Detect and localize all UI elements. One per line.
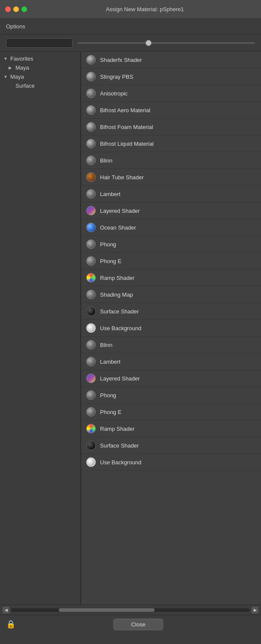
material-name-blinn: Blinn [100,157,112,164]
material-name-stingray: Stingray PBS [100,74,133,80]
material-item-lambert2[interactable]: Lambert [81,353,261,370]
tree-label-maya-child: Maya [15,64,29,71]
material-icon-shading-map [86,290,96,299]
material-item-ramp[interactable]: Ramp Shader [81,270,261,286]
material-icon-anisotropic [86,89,96,98]
material-name-anisotropic: Anisotropic [100,90,127,97]
zoom-slider[interactable] [78,38,255,48]
bottom-bar: 🔒 Close [0,615,261,634]
material-item-anisotropic[interactable]: Anisotropic [81,85,261,102]
material-name-use-background2: Use Background [100,459,141,466]
options-bar: Options [0,19,261,34]
material-item-layered2[interactable]: Layered Shader [81,370,261,387]
material-item-shading-map[interactable]: Shading Map [81,286,261,303]
material-icon-bifrost-liquid [86,139,96,148]
material-name-blinn2: Blinn [100,342,112,348]
material-name-ramp: Ramp Shader [100,275,134,281]
left-panel: ▼ Favorites ▶ Maya ▼ Maya Surface [0,52,81,604]
tree-arrow-favorites: ▼ [3,56,9,61]
material-item-phong-e2[interactable]: Phong E [81,404,261,420]
scroll-thumb [59,608,154,612]
material-name-use-background: Use Background [100,325,141,331]
tree-arrow-maya-parent: ▼ [3,74,9,79]
material-icon-ocean [86,223,96,232]
lock-icon: 🔒 [6,619,15,630]
material-item-bifrost-foam[interactable]: Bifrost Foam Material [81,119,261,135]
slider-thumb[interactable] [146,40,152,46]
material-name-bifrost-foam: Bifrost Foam Material [100,124,153,130]
tree-item-maya-child[interactable]: ▶ Maya [0,63,80,72]
material-item-blinn[interactable]: Blinn [81,152,261,169]
scroll-track[interactable] [11,608,250,612]
slider-track [78,42,255,44]
material-icon-surface-shader [86,307,96,316]
material-item-ramp2[interactable]: Ramp Shader [81,420,261,437]
material-item-surface-shader2[interactable]: Surface Shader [81,437,261,454]
tree-label-favorites: Favorites [10,55,33,62]
material-item-use-background2[interactable]: Use Background [81,454,261,471]
material-name-bifrost-aero: Bifrost Aero Material [100,107,150,113]
tree-item-surface[interactable]: Surface [0,81,80,90]
material-item-lambert[interactable]: Lambert [81,186,261,202]
material-item-phong[interactable]: Phong [81,236,261,253]
material-name-shaderfx: Shaderfx Shader [100,57,142,63]
scroll-right-button[interactable]: ▶ [252,607,258,613]
material-icon-stingray [86,72,96,81]
options-label: Options [6,23,25,30]
material-icon-lambert2 [86,357,96,366]
material-name-layered2: Layered Shader [100,375,140,382]
material-icon-surface-shader2 [86,441,96,450]
material-name-phong-e2: Phong E [100,409,121,415]
material-item-layered[interactable]: Layered Shader [81,202,261,219]
material-name-lambert2: Lambert [100,359,121,365]
material-item-shaderfx[interactable]: Shaderfx Shader [81,52,261,68]
material-icon-ramp2 [86,424,96,433]
material-item-surface-shader[interactable]: Surface Shader [81,303,261,320]
material-icon-bifrost-foam [86,122,96,132]
material-name-ocean: Ocean Shader [100,224,136,231]
main-content: ▼ Favorites ▶ Maya ▼ Maya Surface Shader… [0,52,261,604]
right-panel: Shaderfx ShaderStingray PBSAnisotropicBi… [81,52,261,604]
maximize-window-button[interactable] [21,6,27,12]
material-icon-phong-e2 [86,407,96,417]
traffic-lights [5,6,27,12]
material-icon-ramp [86,273,96,282]
material-icon-use-background [86,323,96,333]
material-name-layered: Layered Shader [100,208,140,214]
tree-label-maya-parent: Maya [10,74,24,80]
material-item-phong-e[interactable]: Phong E [81,253,261,270]
minimize-window-button[interactable] [13,6,19,12]
tree-item-favorites[interactable]: ▼ Favorites [0,54,80,63]
close-button[interactable]: Close [113,619,163,630]
title-bar: Assign New Material: pSphere1 [0,0,261,19]
material-name-hair-tube: Hair Tube Shader [100,174,144,181]
close-window-button[interactable] [5,6,11,12]
tree-arrow-maya-child: ▶ [9,65,15,70]
material-icon-layered [86,206,96,215]
material-icon-phong-e [86,256,96,266]
scroll-left-button[interactable]: ◀ [3,607,9,613]
material-item-ocean[interactable]: Ocean Shader [81,219,261,236]
material-name-bifrost-liquid: Bifrost Liquid Material [100,141,154,147]
search-row [0,34,261,52]
material-name-surface-shader: Surface Shader [100,308,139,315]
material-icon-shaderfx [86,55,96,64]
tree-item-maya-parent[interactable]: ▼ Maya [0,72,80,81]
material-item-use-background[interactable]: Use Background [81,320,261,337]
material-name-lambert: Lambert [100,191,121,197]
material-item-hair-tube[interactable]: Hair Tube Shader [81,169,261,186]
material-item-bifrost-liquid[interactable]: Bifrost Liquid Material [81,135,261,152]
material-icon-lambert [86,189,96,199]
search-input[interactable] [6,38,73,48]
material-item-blinn2[interactable]: Blinn [81,337,261,353]
material-icon-layered2 [86,374,96,383]
material-item-phong2[interactable]: Phong [81,387,261,404]
material-name-phong: Phong [100,241,116,248]
material-name-ramp2: Ramp Shader [100,426,134,432]
material-icon-use-background2 [86,457,96,467]
material-item-stingray[interactable]: Stingray PBS [81,68,261,85]
scrollbar-row: ◀ ▶ [0,604,261,615]
tree-label-surface: Surface [15,83,35,89]
material-item-bifrost-aero[interactable]: Bifrost Aero Material [81,102,261,119]
material-icon-blinn [86,156,96,165]
